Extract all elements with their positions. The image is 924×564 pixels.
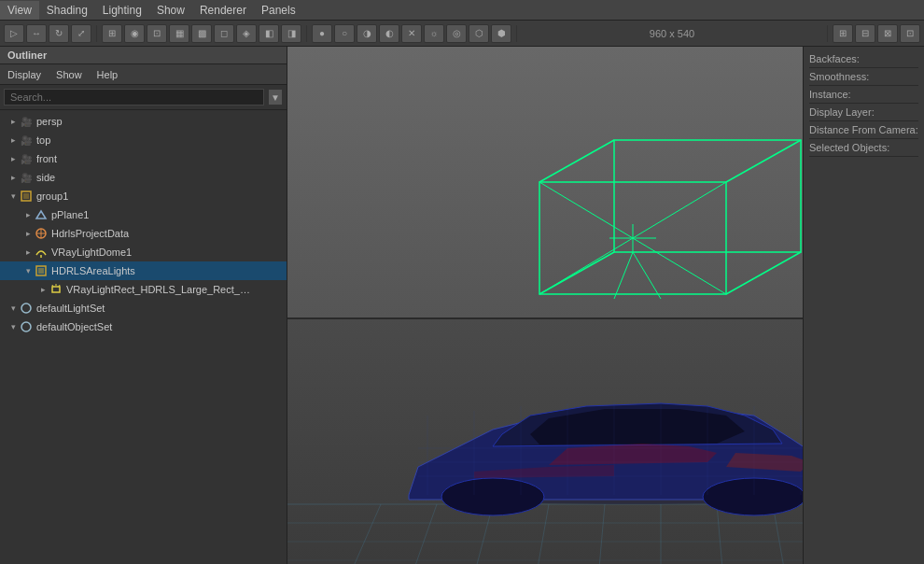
instance-label: Instance: [809, 89, 851, 100]
tree-label-vraylightrect: VRayLightRect_HDRLS_Large_Rect_Softbox [66, 284, 253, 295]
tree-item-hdrlsprojectdata[interactable]: ▸ HdrlsProjectData [0, 224, 287, 243]
toolbar-move[interactable]: ↔ [26, 24, 47, 43]
outliner-tree[interactable]: ▸ 🎥 persp ▸ 🎥 top ▸ 🎥 front ▸ 🎥 side [0, 110, 287, 564]
expand-vraylightrect: ▸ [37, 284, 49, 295]
toolbar-render6[interactable]: ☼ [424, 24, 444, 43]
tree-item-group1[interactable]: ▾ group1 [0, 187, 287, 205]
menu-lighting[interactable]: Lighting [95, 1, 149, 20]
right-panel: Backfaces: Smoothness: Instance: Display… [803, 47, 924, 564]
toolbar-render8[interactable]: ⬡ [469, 24, 489, 43]
outliner-panel: Outliner Display Show Help ▼ ▸ 🎥 persp ▸… [0, 47, 287, 564]
toolbar-extra1[interactable]: ⊞ [833, 24, 853, 43]
toolbar-sep4 [827, 25, 828, 42]
menu-panels[interactable]: Panels [254, 1, 303, 20]
toolbar-render9[interactable]: ⬢ [491, 24, 511, 43]
expand-front: ▸ [7, 153, 19, 164]
toolbar-display4[interactable]: ◈ [236, 24, 257, 43]
right-panel-instance: Instance: [809, 86, 918, 104]
viewport-area[interactable] [287, 47, 803, 564]
toolbar-snap[interactable]: ⊞ [102, 24, 122, 43]
menu-bar: View Shading Lighting Show Renderer Pane… [0, 0, 924, 21]
expand-vraylightdome1: ▸ [22, 247, 34, 258]
expand-defaultlightset: ▾ [7, 303, 19, 314]
tree-item-side[interactable]: ▸ 🎥 side [0, 168, 287, 187]
smoothness-label: Smoothness: [809, 71, 869, 82]
expand-group1: ▾ [7, 190, 19, 202]
light-icon-rect [49, 282, 63, 297]
set-icon-defaultobjectset [19, 319, 34, 334]
svg-point-47 [703, 478, 803, 515]
expand-hdrlsarealights: ▾ [22, 265, 34, 276]
tree-label-vraylightdome1: VRayLightDome1 [51, 247, 132, 258]
toolbar-render7[interactable]: ◎ [446, 24, 467, 43]
toolbar-extra4[interactable]: ⊡ [900, 24, 920, 43]
right-panel-selected-objects: Selected Objects: [809, 139, 918, 157]
tree-item-defaultobjectset[interactable]: ▾ defaultObjectSet [0, 317, 287, 336]
viewport-size-label: 960 x 540 [522, 28, 822, 39]
outliner-help-menu[interactable]: Help [90, 66, 126, 83]
tree-item-top[interactable]: ▸ 🎥 top [0, 131, 287, 149]
toolbar-render1[interactable]: ● [312, 24, 332, 43]
toolbar-display1[interactable]: ▦ [169, 24, 189, 43]
toolbar-display3[interactable]: ◻ [214, 24, 234, 43]
search-input[interactable] [4, 89, 264, 106]
tree-item-vraylightdome1[interactable]: ▸ VRayLightDome1 [0, 243, 287, 261]
toolbar-sep2 [306, 25, 307, 42]
toolbar-sep1 [96, 25, 97, 42]
mesh-icon-pplane1 [34, 207, 49, 222]
set-icon-defaultlightset [19, 301, 34, 316]
outliner-show-menu[interactable]: Show [49, 66, 90, 83]
display-layer-label: Display Layer: [809, 106, 875, 118]
expand-persp: ▸ [7, 116, 19, 127]
light-icon-dome1 [34, 245, 49, 260]
menu-show[interactable]: Show [149, 1, 192, 20]
tree-item-pplane1[interactable]: ▸ pPlane1 [0, 205, 287, 224]
tree-item-persp[interactable]: ▸ 🎥 persp [0, 112, 287, 131]
toolbar: ▷ ↔ ↻ ⤢ ⊞ ◉ ⊡ ▦ ▩ ◻ ◈ ◧ ◨ ● ○ ◑ ◐ ✕ ☼ ◎ … [0, 21, 924, 47]
toolbar-render5[interactable]: ✕ [401, 24, 422, 43]
tree-label-front: front [36, 153, 57, 164]
tree-item-defaultlightset[interactable]: ▾ defaultLightSet [0, 299, 287, 317]
toolbar-scale[interactable]: ⤢ [71, 24, 91, 43]
main-content: Outliner Display Show Help ▼ ▸ 🎥 persp ▸… [0, 47, 924, 564]
svg-rect-1 [23, 193, 29, 199]
toolbar-camera[interactable]: ◉ [124, 24, 145, 43]
menu-view[interactable]: View [0, 1, 39, 20]
expand-hdrlsprojectdata: ▸ [22, 228, 34, 239]
toolbar-layout[interactable]: ⊡ [147, 24, 167, 43]
menu-shading[interactable]: Shading [39, 1, 95, 20]
toolbar-display5[interactable]: ◧ [259, 24, 279, 43]
tree-item-vraylightrect[interactable]: ▸ VRayLightRect_HDRLS_Large_Rect_Softbox [0, 280, 287, 299]
right-panel-display-layer: Display Layer: [809, 104, 918, 121]
toolbar-display6[interactable]: ◨ [281, 24, 301, 43]
tree-label-hdrlsprojectdata: HdrlsProjectData [51, 228, 129, 239]
tree-label-persp: persp [36, 116, 63, 127]
camera-icon-persp: 🎥 [19, 114, 34, 129]
tree-label-defaultlightset: defaultLightSet [36, 303, 105, 314]
expand-side: ▸ [7, 172, 19, 183]
expand-top: ▸ [7, 134, 19, 146]
tree-item-front[interactable]: ▸ 🎥 front [0, 149, 287, 168]
tree-label-pplane1: pPlane1 [51, 209, 89, 220]
svg-rect-8 [38, 268, 44, 274]
search-dropdown-btn[interactable]: ▼ [268, 89, 283, 106]
toolbar-select[interactable]: ▷ [4, 24, 24, 43]
tree-label-hdrlsarealights: HDRLSAreaLights [51, 265, 135, 276]
group-icon-group1 [19, 189, 34, 204]
backfaces-label: Backfaces: [809, 53, 860, 64]
svg-point-13 [21, 303, 31, 313]
toolbar-render4[interactable]: ◐ [379, 24, 399, 43]
toolbar-rotate[interactable]: ↻ [49, 24, 69, 43]
outliner-display-menu[interactable]: Display [0, 66, 49, 83]
distance-label: Distance From Camera: [809, 124, 918, 135]
svg-point-46 [441, 478, 544, 515]
tree-item-hdrlsarealights[interactable]: ▾ HDRLSAreaLights [0, 261, 287, 280]
toolbar-extra2[interactable]: ⊟ [855, 24, 875, 43]
toolbar-display2[interactable]: ▩ [191, 24, 212, 43]
toolbar-render2[interactable]: ○ [334, 24, 355, 43]
toolbar-extra3[interactable]: ⊠ [877, 24, 898, 43]
camera-icon-side: 🎥 [19, 170, 34, 185]
tree-label-group1: group1 [36, 190, 68, 202]
menu-renderer[interactable]: Renderer [192, 1, 254, 20]
toolbar-render3[interactable]: ◑ [357, 24, 377, 43]
